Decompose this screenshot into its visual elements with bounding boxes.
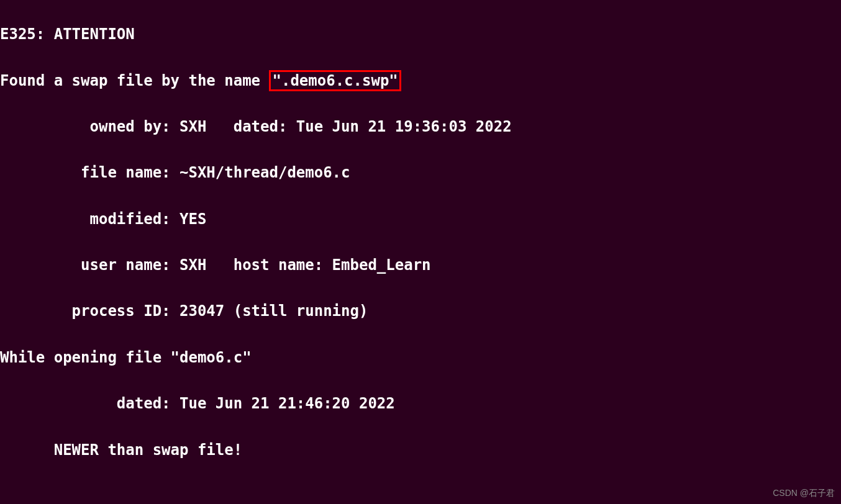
opening-file-line: While opening file "demo6.c" xyxy=(0,346,841,369)
file-name-line: file name: ~SXH/thread/demo6.c xyxy=(0,161,841,184)
user-host-line: user name: SXH host name: Embed_Learn xyxy=(0,254,841,277)
modified-line: modified: YES xyxy=(0,208,841,231)
owned-by-line: owned by: SXH dated: Tue Jun 21 19:36:03… xyxy=(0,115,841,138)
dated-line: dated: Tue Jun 21 21:46:20 2022 xyxy=(0,392,841,415)
swap-prefix: Found a swap file by the name xyxy=(0,72,269,89)
swap-file-found: Found a swap file by the name ".demo6.c.… xyxy=(0,70,841,92)
newer-line: NEWER than swap file! xyxy=(0,439,841,462)
terminal-output: E325: ATTENTION Found a swap file by the… xyxy=(0,0,841,504)
attention-header: E325: ATTENTION xyxy=(0,23,841,46)
watermark-text: CSDN @石子君 xyxy=(773,487,835,500)
swap-file-name-highlight: ".demo6.c.swp" xyxy=(269,70,401,92)
process-id-line: process ID: 23047 (still running) xyxy=(0,300,841,323)
